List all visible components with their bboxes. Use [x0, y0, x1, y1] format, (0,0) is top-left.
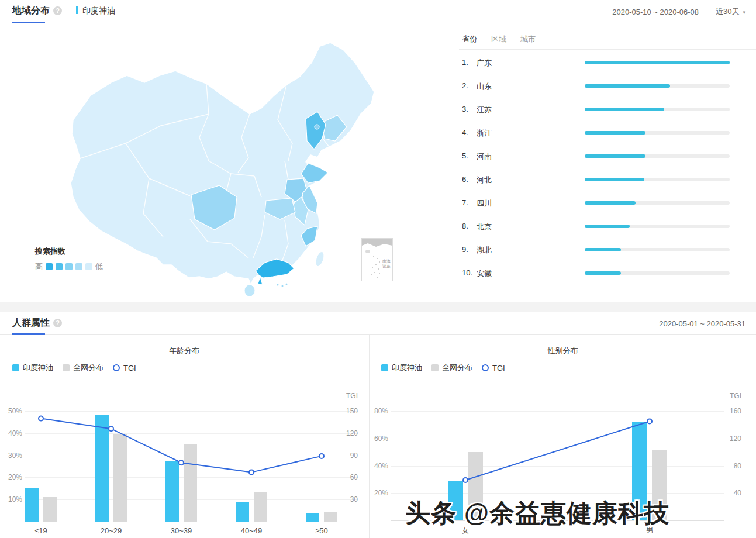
- province-bar-fill: [585, 178, 644, 181]
- bar-network: [254, 492, 267, 522]
- y-axis-tick-left: 20%: [0, 473, 22, 481]
- bar-keyword: [165, 461, 179, 522]
- right-axis-title: TGI: [336, 392, 358, 400]
- province-name: 四川: [477, 198, 492, 209]
- legend-item-tgi[interactable]: TGI: [482, 364, 505, 373]
- divider: [707, 8, 707, 16]
- province-name: 江苏: [477, 105, 492, 115]
- tab-area[interactable]: 区域: [491, 34, 506, 44]
- province-name: 安徽: [477, 268, 492, 279]
- legend-item-keyword[interactable]: 印度神油: [12, 363, 53, 373]
- province-bar-track: [585, 84, 730, 88]
- province-row[interactable]: 6.河北: [459, 168, 756, 191]
- province-row[interactable]: 7.四川: [459, 191, 756, 215]
- help-icon[interactable]: ?: [53, 6, 62, 15]
- period-dropdown[interactable]: 近30天▾: [716, 6, 745, 17]
- keyword-marker-icon: [76, 6, 78, 14]
- legend-item-tgi[interactable]: TGI: [113, 364, 136, 373]
- province-row[interactable]: 4.浙江: [459, 121, 756, 144]
- province-bar-track: [585, 108, 730, 111]
- watermark: 头条 @余益惠健康科技: [405, 496, 669, 530]
- tgi-point: [463, 478, 468, 482]
- grid-line: [25, 411, 358, 412]
- province-name: 广东: [477, 58, 492, 68]
- inset-label: 南海 诸岛: [382, 258, 391, 269]
- legend-swatch-gray: [431, 364, 439, 371]
- demographics-header-right: 2020-05-01 ~ 2020-05-31: [659, 319, 745, 328]
- y-axis-tick-right: 40: [720, 489, 741, 497]
- province-bar-fill: [585, 84, 670, 88]
- province-rank: 9.: [462, 245, 476, 254]
- province-row[interactable]: 1.广东: [459, 51, 756, 74]
- province-row[interactable]: 8.北京: [459, 215, 756, 238]
- y-axis-tick-right: 90: [336, 451, 358, 460]
- bar-network: [184, 444, 197, 522]
- y-axis-tick-right: 120: [720, 434, 741, 443]
- china-map-svg: [56, 26, 406, 298]
- tab-city[interactable]: 城市: [520, 34, 536, 44]
- province-bar-track: [585, 225, 730, 228]
- y-axis-tick-left: 60%: [370, 434, 388, 443]
- map-province-hainan[interactable]: [244, 285, 255, 296]
- bar-keyword: [25, 488, 39, 522]
- province-row[interactable]: 5.河南: [459, 144, 756, 168]
- y-axis-tick-right: 60: [336, 473, 358, 481]
- age-chart-title: 年龄分布: [0, 346, 368, 356]
- province-bar-fill: [585, 131, 645, 134]
- province-name: 北京: [477, 222, 492, 232]
- tab-province[interactable]: 省份: [462, 34, 477, 44]
- south-china-sea-inset: 南海 诸岛: [361, 238, 393, 281]
- province-bar-track: [585, 201, 730, 205]
- y-axis-tick-right: 80: [720, 462, 741, 470]
- legend-item-keyword[interactable]: 印度神油: [381, 363, 422, 373]
- province-name: 山东: [477, 81, 492, 92]
- legend-item-network[interactable]: 全网分布: [431, 363, 472, 373]
- legend-swatch-cyan: [381, 364, 388, 371]
- region-date-range: 2020-05-10 ~ 2020-06-08: [612, 8, 699, 16]
- legend-item-network[interactable]: 全网分布: [63, 363, 103, 373]
- province-bar-fill: [585, 108, 664, 111]
- province-rank: 8.: [462, 222, 476, 230]
- x-axis-category: 20~29: [85, 526, 137, 535]
- province-bar-fill: [585, 271, 621, 275]
- province-bar-track: [585, 271, 730, 275]
- province-bar-track: [585, 61, 730, 64]
- map-province-beijing[interactable]: [315, 125, 319, 129]
- bar-keyword: [236, 502, 249, 522]
- legend-swatch-ring: [482, 364, 489, 371]
- grid-line: [391, 411, 724, 412]
- province-rank: 7.: [462, 198, 476, 207]
- x-axis-category: ≤19: [15, 526, 67, 535]
- province-rank: 4.: [462, 128, 476, 137]
- help-icon[interactable]: ?: [53, 319, 62, 327]
- province-bar-fill: [585, 225, 630, 228]
- province-rank: 2.: [462, 81, 476, 90]
- y-axis-tick-left: 40%: [370, 462, 388, 470]
- province-row[interactable]: 3.江苏: [459, 98, 756, 121]
- map-province-taiwan[interactable]: [314, 251, 325, 267]
- region-title-text: 地域分布: [12, 5, 50, 15]
- grid-line: [391, 439, 724, 439]
- tgi-point: [179, 460, 184, 465]
- y-axis-tick-left: 20%: [370, 489, 388, 497]
- map-leizhou: [258, 277, 263, 285]
- bar-keyword: [95, 415, 109, 522]
- legend-swatch-cyan: [12, 364, 19, 371]
- region-section-title: 地域分布?: [12, 5, 62, 17]
- province-row[interactable]: 9.湖北: [459, 238, 756, 261]
- x-axis-category: ≥50: [295, 526, 348, 535]
- province-bar-track: [585, 248, 730, 251]
- x-axis-category: 30~39: [155, 526, 208, 535]
- section-divider-band: [0, 302, 756, 312]
- china-map[interactable]: [56, 26, 406, 298]
- region-section-header: 地域分布? 印度神油 2020-05-10 ~ 2020-06-08 近30天▾: [0, 0, 756, 23]
- province-bar-track: [585, 154, 730, 158]
- baidu-index-page: 地域分布? 印度神油 2020-05-10 ~ 2020-06-08 近30天▾: [0, 0, 756, 538]
- province-row[interactable]: 2.山东: [459, 74, 756, 98]
- y-axis-tick-left: 10%: [0, 495, 22, 503]
- map-legend-title: 搜索指数: [35, 246, 103, 257]
- age-chart-plot: 10%20%30%40%50%306090120150TGI≤1920~2930…: [0, 389, 368, 538]
- province-row[interactable]: 10.安徽: [459, 261, 756, 285]
- map-mainland: [71, 43, 374, 285]
- bar-keyword: [306, 513, 319, 522]
